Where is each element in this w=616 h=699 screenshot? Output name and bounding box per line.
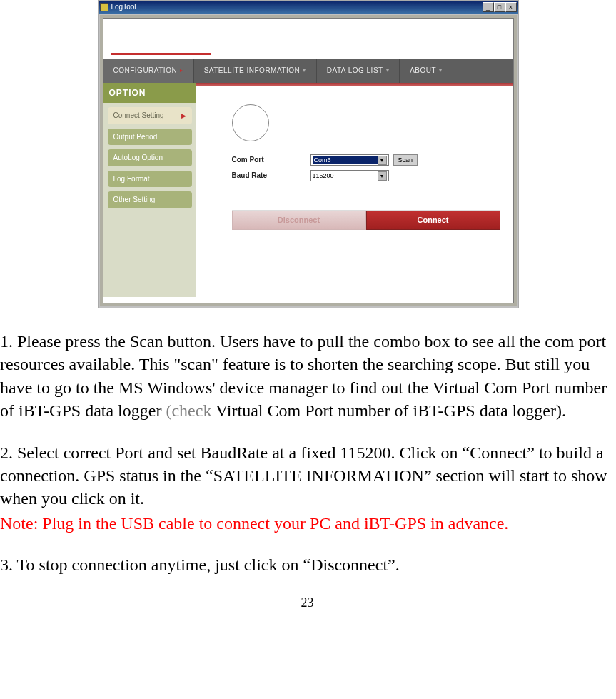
- chevron-right-icon: ▶: [181, 111, 186, 120]
- sidebar-item-label: Other Setting: [113, 195, 156, 205]
- window-titlebar: LogTool _ □ ×: [99, 1, 518, 14]
- chevron-down-icon: ▾: [378, 171, 387, 181]
- scan-button[interactable]: Scan: [393, 154, 418, 166]
- baudrate-value: 115200: [313, 171, 378, 180]
- sidebar-item-other-setting[interactable]: Other Setting: [108, 191, 192, 208]
- disconnect-button[interactable]: Disconnect: [232, 211, 366, 230]
- window-controls: _ □ ×: [483, 2, 517, 12]
- sidebar-item-label: Connect Setting: [113, 111, 164, 121]
- comport-dropdown[interactable]: Com6 ▾: [310, 154, 389, 166]
- maximize-button[interactable]: □: [494, 2, 505, 12]
- sidebar-item-autolog-option[interactable]: AutoLog Option: [108, 149, 192, 166]
- app-window: LogTool _ □ × CONFIGURATION ▸ SATELLITE …: [98, 0, 519, 308]
- tab-about[interactable]: ABOUT ▾: [400, 59, 453, 83]
- document-body: 1. Please press the Scan button. Users h…: [0, 330, 616, 611]
- baudrate-row: Baud Rate 115200 ▾: [232, 170, 500, 181]
- sidebar-item-connect-setting[interactable]: Connect Setting ▶: [108, 107, 192, 124]
- connect-button[interactable]: Connect: [366, 211, 500, 230]
- brand-underline: [111, 53, 211, 55]
- logo-area: [103, 19, 513, 59]
- page-number: 23: [0, 594, 615, 611]
- app-inner: CONFIGURATION ▸ SATELLITE INFORMATION ▾ …: [103, 18, 514, 303]
- p1-part-gray: (check: [166, 401, 211, 420]
- chevron-down-icon: ▾: [378, 156, 387, 165]
- note-line: Note: Plug in the USB cable to connect y…: [0, 512, 615, 535]
- comport-value: Com6: [313, 156, 378, 164]
- baudrate-dropdown[interactable]: 115200 ▾: [310, 170, 389, 181]
- paragraph-1: 1. Please press the Scan button. Users h…: [0, 330, 615, 423]
- chevron-down-icon: ▾: [386, 67, 390, 75]
- p1-part-c: Virtual Com Port number of iBT-GPS data …: [211, 401, 566, 420]
- main-tabs: CONFIGURATION ▸ SATELLITE INFORMATION ▾ …: [103, 59, 513, 83]
- scan-button-label: Scan: [398, 156, 413, 164]
- sidebar-header: OPTION: [103, 83, 196, 103]
- chevron-right-icon: ▸: [180, 67, 183, 75]
- paragraph-3: 3. To stop connection anytime, just clic…: [0, 553, 615, 576]
- chevron-down-icon: ▾: [303, 67, 306, 75]
- window-title: LogTool: [111, 2, 483, 12]
- tab-configuration[interactable]: CONFIGURATION ▸: [103, 59, 194, 83]
- tab-data-log-list[interactable]: DATA LOG LIST ▾: [317, 59, 400, 83]
- paragraph-2: 2. Select correct Port and set BaudRate …: [0, 441, 615, 511]
- sidebar: OPTION Connect Setting ▶ Output Period A…: [103, 83, 196, 297]
- action-row: Disconnect Connect: [232, 210, 500, 230]
- sidebar-item-label: Output Period: [113, 132, 158, 142]
- app-body: CONFIGURATION ▸ SATELLITE INFORMATION ▾ …: [99, 14, 518, 308]
- chevron-down-icon: ▾: [439, 67, 443, 75]
- tab-label: SATELLITE INFORMATION: [204, 66, 301, 76]
- sidebar-item-output-period[interactable]: Output Period: [108, 129, 192, 146]
- content-row: OPTION Connect Setting ▶ Output Period A…: [103, 83, 513, 297]
- connect-button-label: Connect: [418, 215, 449, 226]
- baudrate-label: Baud Rate: [232, 171, 310, 181]
- app-icon: [100, 3, 108, 11]
- main-panel: Com Port Com6 ▾ Scan Baud Rate 115200: [196, 83, 513, 297]
- comport-label: Com Port: [232, 155, 310, 165]
- disconnect-button-label: Disconnect: [278, 215, 320, 226]
- tab-label: ABOUT: [410, 66, 436, 76]
- tab-label: DATA LOG LIST: [327, 66, 383, 76]
- close-button[interactable]: ×: [505, 2, 517, 12]
- tab-satellite-information[interactable]: SATELLITE INFORMATION ▾: [194, 59, 317, 83]
- sidebar-item-label: Log Format: [113, 174, 150, 184]
- status-indicator-icon: [232, 104, 269, 141]
- sidebar-item-label: AutoLog Option: [113, 153, 163, 163]
- tab-label: CONFIGURATION: [113, 66, 178, 76]
- sidebar-item-log-format[interactable]: Log Format: [108, 171, 192, 188]
- comport-row: Com Port Com6 ▾ Scan: [232, 154, 500, 166]
- minimize-button[interactable]: _: [483, 2, 494, 12]
